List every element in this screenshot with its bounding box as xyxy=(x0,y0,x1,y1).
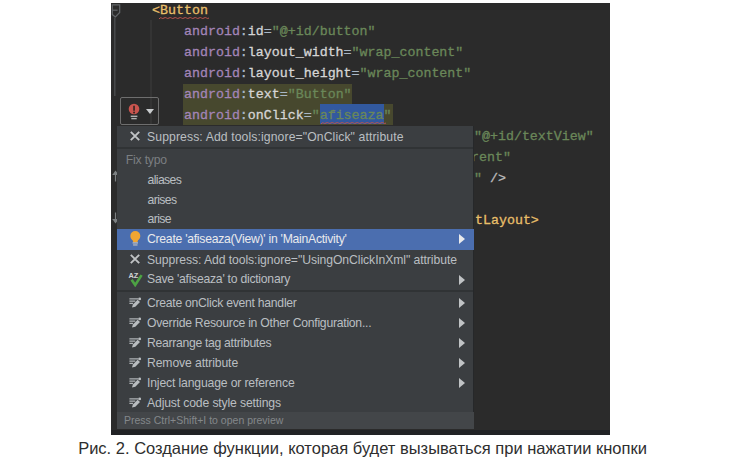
svg-text:AZ: AZ xyxy=(128,271,138,280)
